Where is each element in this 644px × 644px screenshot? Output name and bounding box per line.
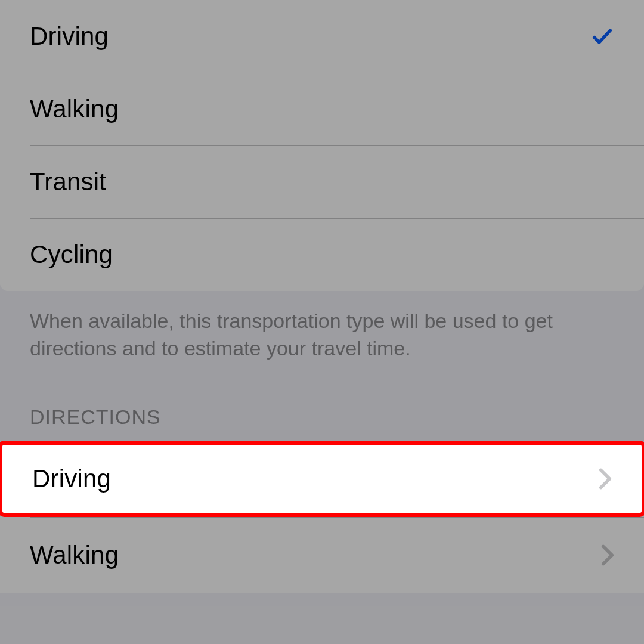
transport-option-label: Transit — [30, 168, 106, 196]
chevron-right-icon — [601, 544, 614, 566]
transport-option-cycling[interactable]: Cycling — [0, 218, 644, 291]
directions-section: Driving Walking — [0, 441, 644, 593]
transport-option-driving[interactable]: Driving — [0, 0, 644, 73]
transport-option-walking[interactable]: Walking — [0, 73, 644, 145]
transport-option-label: Walking — [30, 95, 119, 123]
directions-item-walking[interactable]: Walking — [0, 517, 644, 593]
chevron-right-icon — [599, 467, 612, 490]
transport-option-label: Driving — [30, 22, 109, 51]
directions-item-driving[interactable]: Driving — [0, 441, 644, 517]
directions-section-header: DIRECTIONS — [0, 363, 644, 441]
directions-item-label: Walking — [30, 541, 119, 569]
transport-section-footer: When available, this transportation type… — [0, 291, 644, 363]
checkmark-icon — [590, 24, 614, 48]
transport-type-section: Driving Walking Transit Cycling — [0, 0, 644, 291]
directions-item-label: Driving — [32, 465, 111, 493]
transport-option-transit[interactable]: Transit — [0, 145, 644, 218]
transport-option-label: Cycling — [30, 240, 113, 269]
